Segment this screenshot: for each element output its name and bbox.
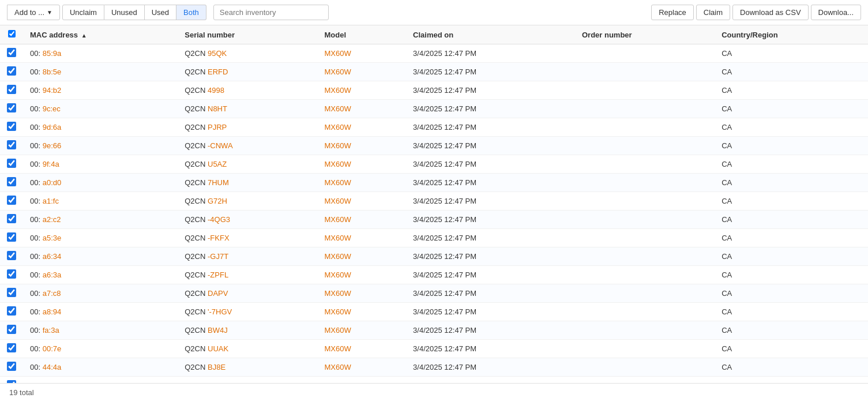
add-to-button[interactable]: Add to ... ▼ — [7, 5, 60, 20]
header-checkbox[interactable] — [0, 25, 23, 44]
row-checkbox[interactable] — [7, 251, 16, 260]
download-csv-button[interactable]: Download as CSV — [732, 5, 809, 20]
model-link[interactable]: MX60W — [324, 252, 351, 261]
serial-link[interactable]: U5AZ — [208, 160, 227, 168]
mac-link[interactable]: 44:4a — [43, 363, 62, 371]
row-checkbox[interactable] — [7, 103, 16, 112]
header-country[interactable]: Country/Region — [715, 25, 868, 44]
mac-link[interactable]: a8:94 — [43, 307, 62, 316]
mac-link[interactable]: 00:7e — [43, 344, 62, 353]
used-button[interactable]: Used — [145, 5, 176, 20]
model-link[interactable]: MX60W — [324, 307, 351, 316]
mac-link[interactable]: a0:d0 — [43, 178, 62, 187]
serial-link[interactable]: BJ8E — [208, 363, 226, 371]
model-link[interactable]: MX60W — [324, 197, 351, 205]
row-checkbox[interactable] — [7, 232, 16, 242]
header-serial[interactable]: Serial number — [178, 25, 317, 44]
search-input[interactable] — [213, 5, 329, 20]
row-checkbox[interactable] — [7, 362, 16, 371]
row-checkbox-cell[interactable] — [0, 63, 23, 81]
row-checkbox-cell[interactable] — [0, 155, 23, 174]
row-checkbox[interactable] — [7, 159, 16, 168]
row-checkbox-cell[interactable] — [0, 118, 23, 137]
model-link[interactable]: MX60W — [324, 86, 351, 95]
row-checkbox-cell[interactable] — [0, 81, 23, 100]
model-link[interactable]: MX60W — [324, 271, 351, 279]
serial-link[interactable]: ERFD — [208, 67, 228, 76]
serial-link[interactable]: N8HT — [208, 104, 227, 113]
row-checkbox-cell[interactable] — [0, 284, 23, 303]
serial-link[interactable]: -4QG3 — [208, 215, 230, 224]
row-checkbox[interactable] — [7, 269, 16, 279]
model-link[interactable]: MX60W — [324, 141, 351, 150]
model-link[interactable]: MX60W — [324, 363, 351, 371]
serial-link[interactable]: -ZPFL — [208, 271, 228, 279]
unclaim-button[interactable]: Unclaim — [62, 5, 104, 20]
header-order[interactable]: Order number — [575, 25, 715, 44]
mac-link[interactable]: 9f:4a — [43, 160, 59, 168]
serial-link[interactable]: 4998 — [208, 86, 224, 95]
mac-link[interactable]: a6:34 — [43, 252, 62, 261]
serial-link[interactable]: -FKFX — [208, 234, 230, 242]
model-link[interactable]: MX60W — [324, 215, 351, 224]
mac-link[interactable]: a5:3e — [43, 234, 62, 242]
row-checkbox[interactable] — [7, 196, 16, 205]
model-link[interactable]: MX60W — [324, 160, 351, 168]
row-checkbox-cell[interactable] — [0, 229, 23, 247]
mac-link[interactable]: 85:9a — [43, 49, 62, 58]
row-checkbox[interactable] — [7, 306, 16, 316]
row-checkbox-cell[interactable] — [0, 137, 23, 155]
row-checkbox-cell[interactable] — [0, 377, 23, 384]
mac-link[interactable]: a2:c2 — [43, 215, 61, 224]
row-checkbox[interactable] — [7, 380, 16, 383]
serial-link[interactable]: -GJ7T — [208, 252, 228, 261]
serial-link[interactable]: 95QK — [208, 49, 227, 58]
mac-link[interactable]: 94:b2 — [43, 86, 62, 95]
row-checkbox-cell[interactable] — [0, 44, 23, 63]
model-link[interactable]: MX60W — [324, 234, 351, 242]
row-checkbox-cell[interactable] — [0, 211, 23, 229]
serial-link[interactable]: C6DC — [208, 381, 228, 383]
model-link[interactable]: MX60W — [324, 326, 351, 335]
header-model[interactable]: Model — [317, 25, 406, 44]
model-link[interactable]: MX60W — [324, 381, 351, 383]
row-checkbox-cell[interactable] — [0, 358, 23, 377]
row-checkbox-cell[interactable] — [0, 247, 23, 266]
model-link[interactable]: MX60W — [324, 123, 351, 132]
mac-link[interactable]: 9e:66 — [43, 141, 62, 150]
row-checkbox-cell[interactable] — [0, 100, 23, 118]
model-link[interactable]: MX60W — [324, 49, 351, 58]
row-checkbox-cell[interactable] — [0, 303, 23, 321]
serial-link[interactable]: '-7HGV — [208, 307, 232, 316]
serial-link[interactable]: -CNWA — [208, 141, 233, 150]
claim-button[interactable]: Claim — [696, 5, 730, 20]
model-link[interactable]: MX60W — [324, 344, 351, 353]
row-checkbox-cell[interactable] — [0, 174, 23, 192]
row-checkbox[interactable] — [7, 214, 16, 223]
model-link[interactable]: MX60W — [324, 178, 351, 187]
row-checkbox[interactable] — [7, 288, 16, 297]
select-all-checkbox[interactable] — [8, 30, 16, 37]
row-checkbox[interactable] — [7, 140, 16, 149]
serial-link[interactable]: 7HUM — [208, 178, 229, 187]
row-checkbox[interactable] — [7, 66, 16, 76]
serial-link[interactable]: UUAK — [208, 344, 228, 353]
row-checkbox-cell[interactable] — [0, 192, 23, 211]
serial-link[interactable]: BW4J — [208, 326, 228, 335]
serial-link[interactable]: G72H — [208, 197, 227, 205]
mac-link[interactable]: 8b:5e — [43, 67, 62, 76]
row-checkbox-cell[interactable] — [0, 266, 23, 284]
replace-button[interactable]: Replace — [651, 5, 694, 20]
row-checkbox[interactable] — [7, 343, 16, 352]
mac-link[interactable]: a7:c8 — [43, 289, 61, 298]
row-checkbox[interactable] — [7, 85, 16, 94]
model-link[interactable]: MX60W — [324, 104, 351, 113]
mac-link[interactable]: 8e:24 — [43, 381, 62, 383]
header-claimed[interactable]: Claimed on — [406, 25, 575, 44]
both-button[interactable]: Both — [176, 5, 206, 20]
mac-link[interactable]: 9c:ec — [43, 104, 61, 113]
row-checkbox-cell[interactable] — [0, 321, 23, 340]
row-checkbox[interactable] — [7, 48, 16, 57]
model-link[interactable]: MX60W — [324, 67, 351, 76]
download-button[interactable]: Downloa... — [811, 5, 861, 20]
